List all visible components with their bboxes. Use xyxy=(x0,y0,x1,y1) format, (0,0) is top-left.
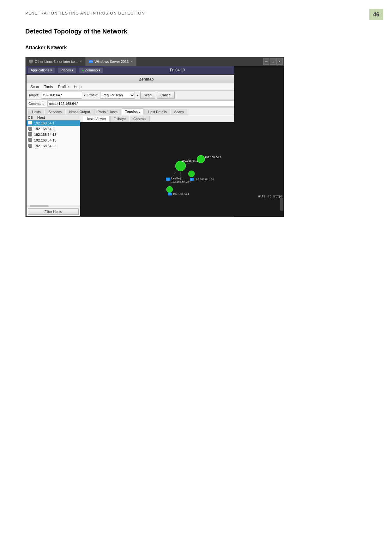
applications-menu[interactable]: Applications ▾ xyxy=(28,68,55,73)
terminal-scrollbar[interactable] xyxy=(280,198,283,211)
host-os-icon-4 xyxy=(28,144,33,148)
svg-rect-2 xyxy=(30,63,32,63)
profile-label: Profile: xyxy=(87,93,98,97)
zenmap-dot: ● xyxy=(82,68,84,72)
page-number: 46 xyxy=(369,9,383,20)
host-item-2[interactable]: 192.168.64.13 xyxy=(27,132,80,137)
host-item-4[interactable]: 192.168.64.25 xyxy=(27,143,80,149)
col-os-header: OS xyxy=(28,116,37,119)
tab-services[interactable]: Services xyxy=(45,109,65,115)
profile-arrow[interactable]: ▾ xyxy=(137,93,138,97)
host-item-0[interactable]: 192.168.64.1 xyxy=(27,120,80,126)
cancel-button[interactable]: Cancel xyxy=(157,92,175,99)
host-ip-3: 192.168.64.13 xyxy=(34,138,56,142)
host-item-3[interactable]: 192.168.64.13 xyxy=(27,137,80,143)
system-time: Fri 04:19 xyxy=(170,68,185,72)
host-os-icon-3 xyxy=(28,138,33,142)
win-min[interactable]: ─ xyxy=(263,58,269,65)
host-ip-2: 192.168.64.13 xyxy=(34,133,56,136)
section-title: Detected Topology of the Network xyxy=(25,28,127,35)
win-close[interactable]: ✕ xyxy=(276,58,283,65)
target-label: Target: xyxy=(28,93,39,97)
svg-text:192.168.64.2: 192.168.64.2 xyxy=(205,156,221,159)
svg-rect-1 xyxy=(30,63,32,63)
svg-point-21 xyxy=(188,171,195,177)
svg-point-26 xyxy=(166,186,173,193)
zenmap-arrow: ▾ xyxy=(99,68,100,72)
svg-text:192.168.64.1: 192.168.64.1 xyxy=(173,192,189,196)
tab-linux-close[interactable]: ✕ xyxy=(80,60,82,63)
menu-tools[interactable]: Tools xyxy=(41,84,55,90)
menu-profile[interactable]: Profile xyxy=(55,84,71,90)
scroll-thumb[interactable] xyxy=(30,205,49,207)
host-os-icon-1 xyxy=(28,127,33,131)
menu-scan[interactable]: Scan xyxy=(28,84,41,90)
col-host-header: Host xyxy=(37,116,79,119)
menu-help[interactable]: Help xyxy=(71,84,84,90)
host-ip-1: 192.168.64.2 xyxy=(34,127,54,131)
places-menu[interactable]: Places ▾ xyxy=(58,68,76,73)
windows-tab-icon xyxy=(89,59,93,64)
tab-windows-close[interactable]: ✕ xyxy=(130,60,133,63)
tab-windows[interactable]: Windows Server 2016 ✕ xyxy=(86,57,137,66)
host-ip-0: 192.168.64.1 xyxy=(34,121,54,125)
linux-tab-icon xyxy=(29,59,33,64)
tab-host-details[interactable]: Host Details xyxy=(144,109,170,115)
doc-header: PENETRATION TESTING AND INTRUSION DETECT… xyxy=(25,11,145,15)
zenmap-label: Zenmap xyxy=(85,68,98,72)
profile-select[interactable]: Regular scan xyxy=(100,92,135,99)
topo-tab-fisheye[interactable]: Fisheye xyxy=(110,116,130,122)
svg-point-12 xyxy=(176,161,186,171)
places-label: Places xyxy=(60,68,71,72)
svg-rect-0 xyxy=(29,60,33,63)
command-label: Command: xyxy=(28,102,45,105)
tab-nmap-output[interactable]: Nmap Output xyxy=(66,109,93,115)
applications-label: Applications xyxy=(31,68,49,72)
host-item-1[interactable]: 192.168.64.2 xyxy=(27,126,80,132)
svg-point-14 xyxy=(197,155,205,163)
host-list-header: OS Host xyxy=(27,115,80,120)
host-os-icon-2 xyxy=(28,132,33,137)
host-os-icon-0 xyxy=(28,121,33,125)
win-max[interactable]: □ xyxy=(270,58,276,65)
host-list-panel: OS Host 192.168.64 xyxy=(27,115,80,216)
scan-button[interactable]: Scan xyxy=(140,92,155,99)
screenshot-container: Other Linux 3.x or later ke... ✕ Windows… xyxy=(25,57,284,217)
tab-linux[interactable]: Other Linux 3.x or later ke... ✕ xyxy=(26,57,86,66)
svg-text:192.168.64.254: 192.168.64.254 xyxy=(171,180,191,183)
zenmap-menu[interactable]: ● Zenmap ▾ xyxy=(79,68,103,73)
terminal-text: ults at https xyxy=(258,195,283,198)
topo-tab-controls[interactable]: Controls xyxy=(130,116,150,122)
places-arrow: ▾ xyxy=(72,68,74,72)
target-arrow[interactable]: ▾ xyxy=(84,93,86,97)
subsection-title: Attacker Network xyxy=(25,45,67,51)
svg-text:192.168.64.134: 192.168.64.134 xyxy=(194,178,214,181)
filter-hosts-button[interactable]: Filter Hosts xyxy=(28,208,79,215)
tab-windows-label: Windows Server 2016 xyxy=(95,60,129,63)
tab-hosts[interactable]: Hosts xyxy=(28,109,44,115)
zenmap-title: Zenmap xyxy=(29,77,264,81)
apps-arrow: ▾ xyxy=(50,68,52,72)
host-ip-4: 192.168.64.25 xyxy=(34,144,56,148)
tab-linux-label: Other Linux 3.x or later ke... xyxy=(35,60,78,63)
terminal-panel: ults at https xyxy=(234,66,284,217)
tab-bar: Other Linux 3.x or later ke... ✕ Windows… xyxy=(26,57,284,66)
tab-topology[interactable]: Topology xyxy=(122,108,144,115)
target-input[interactable] xyxy=(41,92,82,99)
host-list-scrollbar[interactable] xyxy=(27,205,80,207)
topo-tab-hosts-viewer[interactable]: Hosts Viewer xyxy=(82,116,110,122)
tab-ports-hosts[interactable]: Ports / Hosts xyxy=(94,109,121,115)
window-controls: ─ □ ✕ xyxy=(263,58,284,65)
svg-text:localhost: localhost xyxy=(171,177,183,180)
tab-scans[interactable]: Scans xyxy=(171,109,188,115)
